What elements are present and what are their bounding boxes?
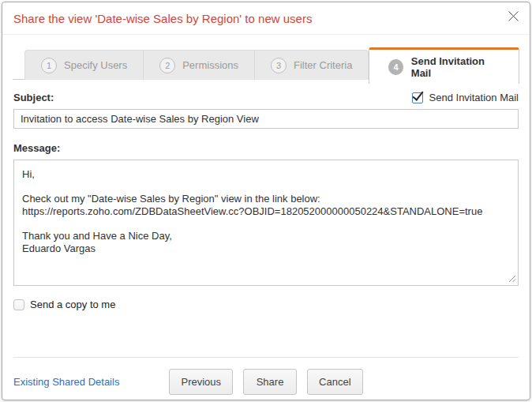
tab-label: Filter Criteria	[294, 59, 352, 71]
dialog-content: Subject: Send Invitation Mail Message: H…	[2, 92, 530, 395]
tab-specify-users[interactable]: 1 Specify Users	[25, 51, 143, 80]
inactive-tab-group: 1 Specify Users 2 Permissions 3 Filter C…	[24, 50, 369, 80]
dialog-title: Share the view 'Date-wise Sales by Regio…	[13, 12, 519, 25]
send-copy-checkbox[interactable]	[13, 299, 24, 310]
close-button[interactable]	[504, 9, 522, 26]
footer-divider	[13, 357, 519, 358]
subject-row: Subject: Send Invitation Mail	[13, 92, 519, 103]
send-invitation-mail-checkbox-group[interactable]: Send Invitation Mail	[412, 92, 519, 103]
footer-buttons: Previous Share Cancel	[169, 369, 362, 395]
send-invitation-mail-checkbox-label: Send Invitation Mail	[429, 92, 519, 103]
previous-button[interactable]: Previous	[169, 369, 233, 395]
tab-number-badge: 3	[271, 58, 287, 73]
tab-label: Send Invitation Mail	[411, 55, 500, 79]
resize-handle-icon[interactable]	[508, 275, 516, 283]
tab-number-badge: 2	[159, 58, 175, 73]
cancel-button[interactable]: Cancel	[307, 369, 362, 395]
message-textarea[interactable]: Hi, Check out my "Date-wise Sales by Reg…	[13, 160, 519, 286]
tab-label: Specify Users	[64, 59, 127, 71]
wizard-tabs: 1 Specify Users 2 Permissions 3 Filter C…	[13, 47, 519, 84]
dialog-header: Share the view 'Date-wise Sales by Regio…	[2, 2, 530, 35]
send-copy-checkbox-group[interactable]: Send a copy to me	[13, 299, 519, 310]
share-button[interactable]: Share	[243, 369, 297, 395]
close-icon	[508, 10, 519, 25]
tab-label: Permissions	[182, 59, 238, 71]
tab-filter-criteria[interactable]: 3 Filter Criteria	[254, 51, 368, 80]
dialog-footer: Existing Shared Details Previous Share C…	[13, 368, 519, 395]
subject-input[interactable]	[13, 109, 519, 129]
existing-shared-details-link[interactable]: Existing Shared Details	[13, 376, 119, 388]
message-textarea-wrapper: Hi, Check out my "Date-wise Sales by Reg…	[13, 160, 519, 286]
share-view-dialog: Share the view 'Date-wise Sales by Regio…	[2, 2, 530, 400]
send-invitation-mail-checkbox[interactable]	[412, 92, 423, 103]
tab-number-badge: 4	[388, 59, 403, 75]
tab-send-invitation-mail[interactable]: 4 Send Invitation Mail	[369, 47, 519, 84]
tab-permissions[interactable]: 2 Permissions	[143, 51, 254, 80]
tab-number-badge: 1	[41, 58, 57, 73]
message-label: Message:	[13, 142, 519, 154]
subject-label: Subject:	[13, 92, 54, 103]
send-copy-checkbox-label: Send a copy to me	[30, 299, 115, 310]
